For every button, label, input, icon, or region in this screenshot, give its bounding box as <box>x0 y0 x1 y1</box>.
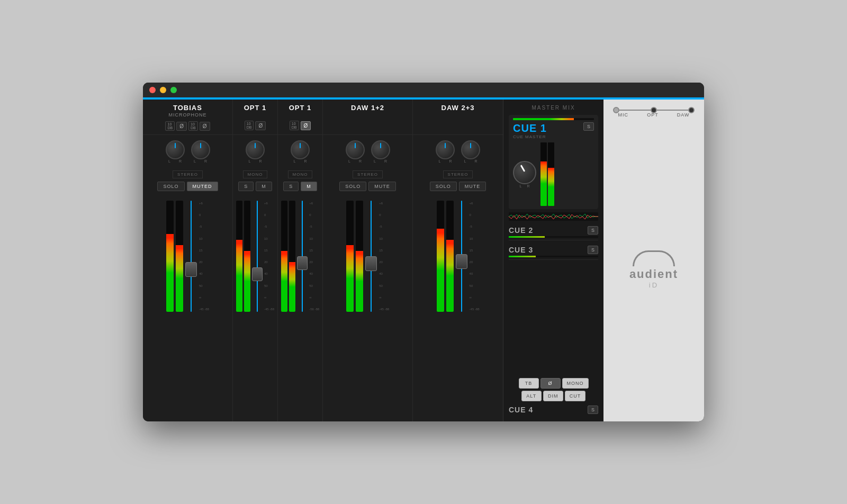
ch-opt1a-name: OPT 1 <box>244 104 267 112</box>
cue2-header: CUE 2 S <box>509 226 598 235</box>
tobias-knob1[interactable] <box>166 140 185 159</box>
opt1a-meter-l <box>236 201 242 312</box>
knobs-row: LR LR LR <box>143 135 503 168</box>
opt1a-faders: +6 0 -5 10 15 20 40 50 ∞ -45 -88 <box>233 197 278 421</box>
audient-arc-icon <box>633 250 675 266</box>
opt1a-mode: MONO S M <box>233 168 278 197</box>
minimize-button[interactable] <box>160 87 166 93</box>
daw12-mode: STEREO SOLO MUTE <box>323 168 413 197</box>
ch-daw23-header: DAW 2+3 <box>413 100 503 134</box>
opt1a-phase[interactable]: Ø <box>255 121 266 130</box>
ch-tobias-sub: MICROPHONE <box>168 112 206 118</box>
app-window: TOBIAS MICROPHONE 10DB Ø 10DB Ø OPT 1 10… <box>143 83 704 421</box>
mixer-panel: TOBIAS MICROPHONE 10DB Ø 10DB Ø OPT 1 10… <box>143 100 503 421</box>
daw23-fader-track <box>456 201 467 312</box>
opt1a-solo-btn[interactable]: S <box>238 182 254 191</box>
opt1a-meter-r <box>244 201 250 312</box>
opt1b-phase[interactable]: Ø <box>301 121 311 130</box>
tobias-gain1: 10DB <box>165 121 175 131</box>
tobias-mode-label: STEREO <box>173 170 203 178</box>
tobias-knob2[interactable] <box>191 140 210 159</box>
tobias-knobs: LR LR <box>143 135 233 168</box>
mono-button[interactable]: MONO <box>562 378 589 389</box>
tobias-gain2: 10DB <box>188 121 198 131</box>
tobias-fader-track <box>185 201 197 312</box>
opt1b-fader-track <box>297 201 308 312</box>
cut-button[interactable]: CUT <box>565 391 586 401</box>
daw12-scale: +6 0 -5 10 15 20 40 50 ∞ -45 -88 <box>379 201 389 312</box>
opt1a-gain: 10DB <box>245 121 254 130</box>
cue1-knob-group: LR <box>513 161 536 188</box>
tobias-mode: STEREO SOLO MUTED <box>143 168 233 197</box>
daw12-knob1[interactable] <box>346 140 365 159</box>
daw12-knob2-wrap: LR <box>371 140 390 163</box>
opt1a-fader-handle[interactable] <box>252 267 263 281</box>
cue1-header: CUE 1 CUE MASTER S <box>513 122 594 139</box>
cue1-s-btn[interactable]: S <box>583 122 594 131</box>
opt-label: OPT <box>647 112 659 118</box>
daw23-knob1[interactable] <box>436 140 455 159</box>
daw23-fader-handle[interactable] <box>456 254 467 269</box>
daw12-fader-handle[interactable] <box>365 256 377 271</box>
close-button[interactable] <box>149 87 156 93</box>
ch-daw23-name: DAW 2+3 <box>441 104 475 112</box>
tb-button[interactable]: TB <box>519 378 539 389</box>
tobias-phase2[interactable]: Ø <box>200 122 210 131</box>
tobias-mute-btn[interactable]: MUTED <box>187 182 218 191</box>
master-mix-title: MASTER MIX <box>509 105 598 111</box>
channel-headers: TOBIAS MICROPHONE 10DB Ø 10DB Ø OPT 1 10… <box>143 100 503 135</box>
cue2-s-btn[interactable]: S <box>588 226 598 235</box>
opt1b-knob[interactable] <box>291 140 310 159</box>
cue4-s-btn[interactable]: S <box>588 406 598 414</box>
opt1b-knobs: LR <box>278 135 323 168</box>
cue4-header: CUE 4 S <box>509 406 598 414</box>
daw23-mute-btn[interactable]: MUTE <box>459 182 486 191</box>
daw23-mode-label: STEREO <box>443 170 473 178</box>
tobias-phase1[interactable]: Ø <box>176 122 187 131</box>
daw12-mute-btn[interactable]: MUTE <box>368 182 396 191</box>
main-content: TOBIAS MICROPHONE 10DB Ø 10DB Ø OPT 1 10… <box>143 100 704 421</box>
daw12-knob2[interactable] <box>371 140 390 159</box>
tobias-solo-btn[interactable]: SOLO <box>157 182 184 191</box>
opt1b-solo-btn[interactable]: S <box>283 182 299 191</box>
cue1-knob[interactable] <box>513 161 536 184</box>
daw12-solo-btn[interactable]: SOLO <box>339 182 366 191</box>
cue2-mini-meter <box>509 236 598 238</box>
opt1a-knob[interactable] <box>246 140 265 159</box>
daw-label: DAW <box>677 112 690 118</box>
ch-daw12-header: DAW 1+2 <box>323 100 413 134</box>
cue4-block: CUE 4 S <box>509 403 598 416</box>
monitor-labels-row: MIC OPT DAW <box>609 112 699 118</box>
tobias-knob2-wrap: LR <box>191 140 210 163</box>
cue3-s-btn[interactable]: S <box>588 246 598 254</box>
cue1-sub: CUE MASTER <box>513 134 547 139</box>
ch-daw12-name: DAW 1+2 <box>351 104 384 112</box>
daw23-solo-btn[interactable]: SOLO <box>430 182 457 191</box>
opt1b-fader-handle[interactable] <box>297 256 308 270</box>
opt1b-mute-btn[interactable]: M <box>301 182 317 191</box>
ch-opt1a-header: OPT 1 10DB Ø <box>233 100 278 134</box>
opt1a-fader-track <box>252 201 263 312</box>
master-mix-panel: MASTER MIX CUE 1 CUE MASTER S <box>503 100 603 421</box>
monitor-selector-area: MIC OPT DAW <box>609 105 699 118</box>
daw23-knob2[interactable] <box>461 140 480 159</box>
mic-label: MIC <box>618 112 629 118</box>
daw23-knob2-wrap: LR <box>461 140 480 163</box>
cue3-block: CUE 3 S <box>509 244 598 260</box>
daw23-mode: STEREO SOLO MUTE <box>413 168 503 197</box>
cue2-title: CUE 2 <box>509 226 533 235</box>
daw12-knobs: LR LR <box>323 135 413 168</box>
maximize-button[interactable] <box>170 87 177 93</box>
tobias-fader-handle[interactable] <box>185 262 197 277</box>
opt1b-meter-l <box>281 201 287 312</box>
alt-button[interactable]: ALT <box>521 391 542 401</box>
opt1a-mute-btn[interactable]: M <box>256 182 272 191</box>
phase-button[interactable]: Ø <box>540 378 561 389</box>
opt1b-scale: +6 0 -5 10 15 20 40 50 ∞ -56 -88 <box>309 201 319 312</box>
ch-opt1a-controls: 10DB Ø <box>242 119 268 132</box>
daw12-knob1-wrap: LR <box>346 140 365 163</box>
cue2-block: CUE 2 S <box>509 224 598 240</box>
cue3-header: CUE 3 S <box>509 246 598 254</box>
cue3-title: CUE 3 <box>509 246 533 254</box>
dim-button[interactable]: DIM <box>543 391 563 401</box>
